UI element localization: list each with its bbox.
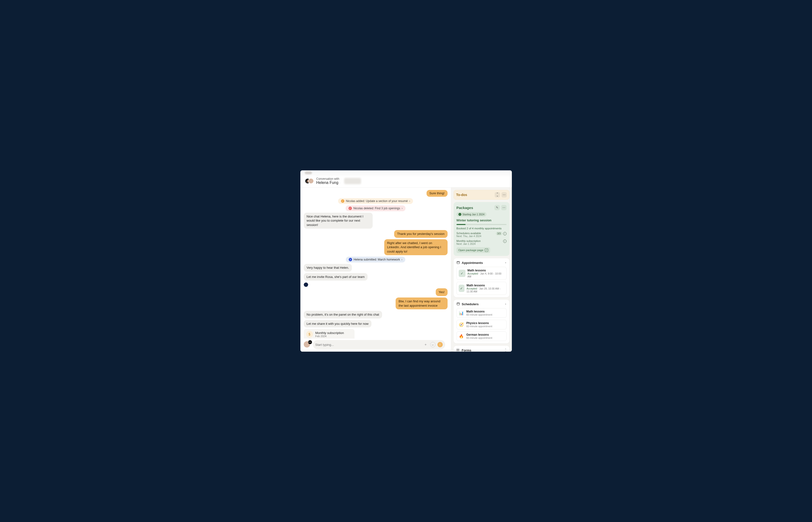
booked-count: Booked 2 of 4 monthly appointments xyxy=(456,227,507,230)
smile-icon: ⌣ xyxy=(432,343,434,347)
scheduler-item[interactable]: 🔥 German lessons 60-minute appointment xyxy=(456,331,507,341)
system-chip-deleted[interactable]: ✓ Nicolas deleted: Find 3 job openings › xyxy=(346,205,405,211)
sidebar: To-dos ⌃⌄ ⋯ Packages ✎ ⋯ → St xyxy=(451,187,512,352)
attach-button[interactable]: ＋ xyxy=(423,342,428,347)
blurred-right-area xyxy=(344,178,361,184)
message-outgoing: Btw, I can find my way around the last a… xyxy=(395,298,447,309)
collapse-toggle[interactable]: ⌄⌃ xyxy=(505,303,507,306)
system-chip-added[interactable]: ✓ Nicolas added: Update a section of you… xyxy=(338,198,413,204)
forms-title: Forms xyxy=(462,348,471,352)
scheduler-title: Physics lessons xyxy=(466,321,492,325)
scheduler-sub: 60-minute appointment xyxy=(466,313,492,316)
info-icon[interactable]: i xyxy=(503,232,507,235)
message-input[interactable] xyxy=(316,343,421,346)
card-subtitle: Feb 2024 xyxy=(316,335,344,338)
system-chip-text: Nicolas added: Update a section of your … xyxy=(346,199,408,203)
progress-bar xyxy=(456,224,507,225)
package-session-title: Winter tutoring session xyxy=(456,219,507,222)
header-supertitle: Conversation with xyxy=(316,177,339,181)
appointment-item[interactable]: ✓ Math lessons Accepted · Jan 28, 10:30 … xyxy=(456,282,507,295)
check-icon: ✓ xyxy=(459,270,466,277)
start-date-badge: → Starting Jan 1 2024 xyxy=(456,212,486,217)
app-window: Conversation with Helena Fung Sure thing… xyxy=(300,170,512,352)
emoji-button[interactable]: ⌣ xyxy=(430,342,435,347)
ellipsis-icon: ⋯ xyxy=(503,193,506,197)
todos-panel[interactable]: To-dos ⌃⌄ ⋯ xyxy=(453,190,509,200)
header-titles: Conversation with Helena Fung xyxy=(316,177,339,185)
appointment-title: Math lessons xyxy=(466,284,504,287)
monthly-sub-label: Monthly subscription xyxy=(456,240,481,242)
scheduler-icon: 🧭 xyxy=(459,322,464,327)
scheduler-icon: 🔥 xyxy=(459,334,464,339)
schedulers-title: Schedulers xyxy=(462,302,479,306)
check-icon: ✓ xyxy=(341,199,344,203)
more-button[interactable]: ⋯ xyxy=(502,192,507,197)
expand-toggle[interactable]: ⌃⌄ xyxy=(505,349,507,352)
header-name: Helena Fung xyxy=(316,181,339,185)
composer-avatar: ••• xyxy=(304,341,310,348)
system-chip-submitted[interactable]: ≡ Helena submitted: March homework › xyxy=(346,257,405,262)
arrow-right-icon: → xyxy=(459,213,461,216)
chevron-up-down-icon: ⌃⌄ xyxy=(496,193,499,197)
schedulers-available-label: Schedulers available xyxy=(456,232,481,235)
scheduler-count: 3/3 xyxy=(496,232,502,235)
chevron-right-icon: › xyxy=(401,258,402,261)
svg-rect-5 xyxy=(457,261,460,264)
forms-panel[interactable]: Forms ⌃⌄ xyxy=(453,346,509,352)
message-incoming: Let me invite Rosa, she's part of our te… xyxy=(304,273,368,281)
calendar-icon xyxy=(456,302,460,306)
card-title: Monthly subscription xyxy=(316,331,344,335)
list-icon xyxy=(456,348,460,352)
message-incoming: No problem, it's on the panel on the rig… xyxy=(304,311,382,319)
message-incoming: Very happy to hear that Helen. xyxy=(304,264,352,272)
check-icon: ✓ xyxy=(459,285,465,292)
schedulers-next: Next: Thu, Jan 4 2024 xyxy=(456,235,481,238)
blurred-tab-area xyxy=(300,170,512,176)
scheduler-title: Math lessons xyxy=(466,310,492,313)
plus-icon: ＋ xyxy=(424,342,427,347)
message-outgoing: Sure thing! xyxy=(427,190,448,197)
typing-indicator-icon: ••• xyxy=(308,340,312,344)
appointment-item[interactable]: ✓ Math lessons Accepted · Jan 4, 9:00 - … xyxy=(456,267,507,280)
avatar-other xyxy=(308,178,314,184)
chat-thread[interactable]: Sure thing! ✓ Nicolas added: Update a se… xyxy=(300,187,451,352)
message-incoming: Let me share it with you quickly here fo… xyxy=(304,320,372,328)
schedulers-panel: Schedulers ⌄⌃ 📊 Math lessons 60-minute a… xyxy=(453,300,509,343)
message-outgoing: Right after we chatted, I went on Linked… xyxy=(384,239,448,256)
composer-input-wrap: ＋ ⌣ ↑ xyxy=(313,340,445,349)
avatar-pair xyxy=(305,178,314,184)
conversation-header: Conversation with Helena Fung xyxy=(300,176,512,187)
system-chip-text: Helena submitted: March homework xyxy=(353,258,400,261)
message-incoming: Nice chat Helena, here is the document I… xyxy=(304,213,373,229)
scheduler-item[interactable]: 🧭 Physics lessons 60-minute appointment xyxy=(456,320,507,329)
open-package-button[interactable]: Open package page ↗ xyxy=(456,247,490,253)
message-outgoing: Thank you for yesterday's session xyxy=(394,230,447,238)
collapse-toggle[interactable]: ⌄⌃ xyxy=(505,261,507,264)
packages-panel: Packages ✎ ⋯ → Starting Jan 1 2024 Winte… xyxy=(453,202,509,256)
send-button[interactable]: ↑ xyxy=(438,342,443,347)
calendar-icon xyxy=(456,261,460,265)
appointments-panel: Appointments ⌄⌃ ✓ Math lessons Accepted … xyxy=(453,258,509,297)
scheduler-item[interactable]: 📊 Math lessons 60-minute appointment xyxy=(456,308,507,318)
dollar-icon: $ xyxy=(306,331,313,338)
participant-joined-avatar xyxy=(304,282,308,287)
pencil-icon: ✎ xyxy=(496,206,498,209)
monthly-sub-next: Next: Jan 1 2024 xyxy=(456,242,481,245)
external-link-icon: ↗ xyxy=(485,248,488,252)
message-composer: ••• ＋ ⌣ ↑ xyxy=(300,339,449,352)
appointment-status: Accepted xyxy=(467,272,478,275)
edit-button[interactable]: ✎ xyxy=(494,205,500,210)
expand-collapse-button[interactable]: ⌃⌄ xyxy=(495,192,500,197)
system-chip-text: Nicolas deleted: Find 3 job openings xyxy=(353,207,400,210)
ellipsis-icon: ⋯ xyxy=(503,206,505,209)
body: Sure thing! ✓ Nicolas added: Update a se… xyxy=(300,187,512,352)
more-button[interactable]: ⋯ xyxy=(501,205,507,210)
info-icon[interactable]: i xyxy=(503,240,507,243)
appointments-title: Appointments xyxy=(462,261,483,265)
svg-rect-7 xyxy=(457,303,460,305)
form-icon: ≡ xyxy=(349,258,352,261)
chevron-right-icon: › xyxy=(409,199,410,203)
scheduler-icon: 📊 xyxy=(459,311,464,315)
chevron-right-icon: › xyxy=(402,207,403,210)
appointment-title: Math lessons xyxy=(467,269,504,272)
